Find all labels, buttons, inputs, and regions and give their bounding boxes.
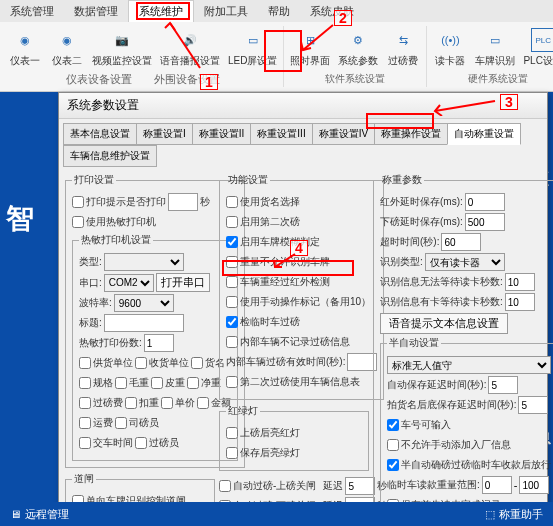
ribbon-tab-tools[interactable]: 附加工具 bbox=[194, 1, 258, 22]
label: 皮重 bbox=[165, 376, 185, 390]
cb5[interactable] bbox=[151, 377, 163, 389]
f1[interactable] bbox=[226, 216, 238, 228]
print-hint-check[interactable] bbox=[72, 196, 84, 208]
cb12[interactable] bbox=[115, 417, 127, 429]
std-select[interactable]: 标准无人值守 bbox=[387, 356, 551, 374]
port-select[interactable]: COM2 bbox=[104, 274, 154, 292]
ribbon-item-voice[interactable]: 🔊语音播报设置 bbox=[156, 26, 224, 70]
f2[interactable] bbox=[226, 236, 238, 248]
tab-basic[interactable]: 基本信息设置 bbox=[63, 123, 137, 145]
ribbon-content: ◉仪表一 ◉仪表二 📷视频监控设置 🔊语音播报设置 ▭LED屏设置 仪表设备设置… bbox=[0, 22, 553, 91]
light-a[interactable] bbox=[226, 427, 238, 439]
tab-weigh2[interactable]: 称重设置II bbox=[192, 123, 252, 145]
cb1[interactable] bbox=[135, 357, 147, 369]
cb3[interactable] bbox=[79, 377, 91, 389]
ribbon-tab-datamgmt[interactable]: 数据管理 bbox=[64, 1, 128, 22]
ribbon-tab-sysmaint[interactable]: 系统维护 bbox=[128, 0, 194, 22]
timeout[interactable] bbox=[441, 233, 481, 251]
rfid-icon: ((•)) bbox=[438, 28, 462, 52]
tab-op[interactable]: 称重操作设置 bbox=[374, 123, 448, 145]
rec-type[interactable]: 仅有读卡器 bbox=[425, 253, 505, 271]
bottom-helper[interactable]: ⬚称重助手 bbox=[475, 507, 553, 522]
light-fieldset: 红绿灯 上磅后亮红灯 保存后亮绿灯 bbox=[219, 404, 369, 471]
dialog-tabstrip: 基本信息设置 称重设置I 称重设置II 称重设置III 称重设置IV 称重操作设… bbox=[59, 119, 547, 167]
ribbon-item-plc[interactable]: PLCPLC设置 bbox=[519, 26, 553, 70]
bottom-remote[interactable]: 🖥远程管理 bbox=[0, 507, 79, 522]
ribbon-label: 车牌识别 bbox=[475, 54, 515, 68]
light-b[interactable] bbox=[226, 447, 238, 459]
ribbon-tab-skin[interactable]: 系统皮肤 bbox=[300, 1, 364, 22]
label: 供货单位 bbox=[93, 356, 133, 370]
print-fieldset: 打印设置 打印提示是否打印秒 使用热敏打印机 热敏打印机设置 类型: 串口:CO… bbox=[65, 173, 245, 468]
f7[interactable] bbox=[226, 336, 238, 348]
f-second[interactable] bbox=[226, 376, 238, 388]
label: 保存后亮绿灯 bbox=[240, 446, 300, 460]
auto-save[interactable] bbox=[488, 376, 518, 394]
f0[interactable] bbox=[226, 196, 238, 208]
print-hint-sec[interactable] bbox=[168, 193, 198, 211]
plc-icon: PLC bbox=[531, 28, 553, 52]
hascard[interactable] bbox=[505, 293, 535, 311]
f6[interactable] bbox=[226, 316, 238, 328]
min-a[interactable] bbox=[482, 476, 512, 494]
label: 红外延时保存(ms): bbox=[380, 195, 463, 209]
cb4[interactable] bbox=[115, 377, 127, 389]
ribbon-tabstrip: 系统管理 数据管理 系统维护 附加工具 帮助 系统皮肤 bbox=[0, 0, 553, 22]
cb10[interactable] bbox=[197, 397, 209, 409]
label: 启用车牌模糊判定 bbox=[240, 235, 320, 249]
tab-auto[interactable]: 自动称重设置 bbox=[447, 123, 521, 145]
thermal-title[interactable] bbox=[104, 314, 184, 332]
ribbon-label: 仪表一 bbox=[10, 54, 40, 68]
car-input-check[interactable] bbox=[387, 419, 399, 431]
cb0[interactable] bbox=[79, 357, 91, 369]
ribbon-item-meter1[interactable]: ◉仪表一 bbox=[4, 26, 46, 70]
ribbon-group-soft: ⊞照时界面 ⚙系统参数 ⇆过磅费 软件系统设置 bbox=[284, 26, 427, 87]
ribbon-item-reader[interactable]: ((•))读卡器 bbox=[429, 26, 471, 70]
noinfo[interactable] bbox=[505, 273, 535, 291]
auto-up-delay[interactable] bbox=[345, 477, 375, 495]
cb2[interactable] bbox=[191, 357, 203, 369]
label: 标题: bbox=[79, 316, 102, 330]
tab-vehicle[interactable]: 车辆信息维护设置 bbox=[63, 145, 157, 167]
auto-up-check[interactable] bbox=[219, 480, 231, 492]
label: 串口: bbox=[79, 276, 102, 290]
ribbon-tab-help[interactable]: 帮助 bbox=[258, 1, 300, 22]
ribbon-item-plate[interactable]: ▭车牌识别 bbox=[471, 26, 519, 70]
f3[interactable] bbox=[226, 256, 238, 268]
f4[interactable] bbox=[226, 276, 238, 288]
ribbon-item-fee[interactable]: ⇆过磅费 bbox=[382, 26, 424, 70]
voice-btn[interactable]: 语音提示文本信息设置 bbox=[380, 313, 508, 334]
ribbon-item-led[interactable]: ▭LED屏设置 bbox=[224, 26, 281, 70]
cb8[interactable] bbox=[125, 397, 137, 409]
tab-weigh4[interactable]: 称重设置IV bbox=[312, 123, 375, 145]
semi-confirm-check[interactable] bbox=[387, 459, 399, 471]
ribbon-item-ui[interactable]: ⊞照时界面 bbox=[286, 26, 334, 70]
helper-icon: ⬚ bbox=[485, 508, 495, 521]
tab-weigh3[interactable]: 称重设置III bbox=[250, 123, 312, 145]
cb13[interactable] bbox=[79, 437, 91, 449]
speaker-icon: 🔊 bbox=[178, 28, 202, 52]
label: 运费 bbox=[93, 416, 113, 430]
f5[interactable] bbox=[226, 296, 238, 308]
err-delay[interactable] bbox=[465, 213, 505, 231]
thermal-check[interactable] bbox=[72, 216, 84, 228]
ribbon-item-meter2[interactable]: ◉仪表二 bbox=[46, 26, 88, 70]
ribbon-tab-sysmgmt[interactable]: 系统管理 bbox=[0, 1, 64, 22]
open-port-btn[interactable]: 打开串口 bbox=[156, 273, 210, 292]
cb14[interactable] bbox=[135, 437, 147, 449]
thermal-type[interactable] bbox=[104, 253, 184, 271]
ribbon-item-video[interactable]: 📷视频监控设置 bbox=[88, 26, 156, 70]
cb6[interactable] bbox=[187, 377, 199, 389]
no-manual-check[interactable] bbox=[387, 439, 399, 451]
auto-name[interactable] bbox=[518, 396, 548, 414]
ir-delay[interactable] bbox=[465, 193, 505, 211]
tab-weigh1[interactable]: 称重设置I bbox=[136, 123, 193, 145]
ribbon-item-sysparam[interactable]: ⚙系统参数 bbox=[334, 26, 382, 70]
label: 延迟 bbox=[323, 479, 343, 493]
baud-select[interactable]: 9600 bbox=[114, 294, 174, 312]
hot-num[interactable] bbox=[144, 334, 174, 352]
min-b[interactable] bbox=[519, 476, 549, 494]
cb9[interactable] bbox=[161, 397, 173, 409]
cb7[interactable] bbox=[79, 397, 91, 409]
cb11[interactable] bbox=[79, 417, 91, 429]
